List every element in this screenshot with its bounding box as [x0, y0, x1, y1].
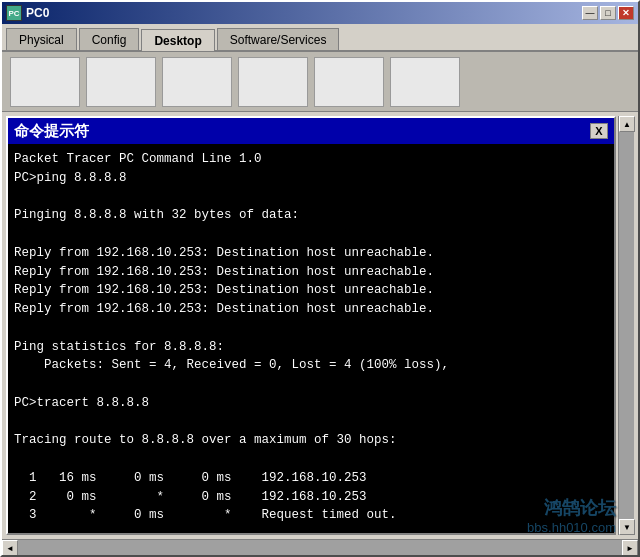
terminal-output: Packet Tracer PC Command Line 1.0 PC>pin…	[14, 150, 608, 527]
cmd-body[interactable]: Packet Tracer PC Command Line 1.0 PC>pin…	[8, 144, 614, 533]
tab-desktop[interactable]: Desktop	[141, 29, 214, 51]
window-title-group: PC PC0	[6, 5, 49, 21]
close-button[interactable]: ✕	[618, 6, 634, 20]
scroll-left-button[interactable]: ◄	[2, 540, 18, 555]
thumb-4[interactable]	[238, 57, 308, 107]
title-bar: PC PC0 — □ ✕	[2, 2, 638, 24]
window-icon: PC	[6, 5, 22, 21]
content-area: 命令提示符 X Packet Tracer PC Command Line 1.…	[2, 52, 638, 555]
vertical-scrollbar: ▲ ▼	[618, 116, 634, 535]
tab-software[interactable]: Software/Services	[217, 28, 340, 50]
cmd-close-button[interactable]: X	[590, 123, 608, 139]
watermark: 鸿鹄论坛 bbs.hh010.com	[527, 496, 616, 535]
cmd-title-bar: 命令提示符 X	[8, 118, 614, 144]
horizontal-scrollbar: ◄ ►	[2, 539, 638, 555]
watermark-url: bbs.hh010.com	[527, 520, 616, 535]
thumb-5[interactable]	[314, 57, 384, 107]
tab-physical[interactable]: Physical	[6, 28, 77, 50]
thumb-2[interactable]	[86, 57, 156, 107]
cmd-window: 命令提示符 X Packet Tracer PC Command Line 1.…	[6, 116, 616, 535]
thumb-1[interactable]	[10, 57, 80, 107]
maximize-button[interactable]: □	[600, 6, 616, 20]
main-window: PC PC0 — □ ✕ Physical Config Desktop Sof…	[0, 0, 640, 557]
tab-bar: Physical Config Desktop Software/Service…	[2, 24, 638, 52]
watermark-chinese: 鸿鹄论坛	[527, 496, 616, 520]
thumbnail-bar	[2, 52, 638, 112]
window-title: PC0	[26, 6, 49, 20]
thumb-6[interactable]	[390, 57, 460, 107]
cmd-title-text: 命令提示符	[14, 122, 89, 141]
scroll-up-button[interactable]: ▲	[619, 116, 635, 132]
main-area: 命令提示符 X Packet Tracer PC Command Line 1.…	[2, 112, 638, 539]
scroll-track-horizontal[interactable]	[18, 540, 622, 555]
tab-config[interactable]: Config	[79, 28, 140, 50]
scroll-right-button[interactable]: ►	[622, 540, 638, 555]
thumb-3[interactable]	[162, 57, 232, 107]
scroll-down-button[interactable]: ▼	[619, 519, 635, 535]
scroll-track-vertical[interactable]	[619, 132, 634, 519]
window-controls: — □ ✕	[582, 6, 634, 20]
minimize-button[interactable]: —	[582, 6, 598, 20]
